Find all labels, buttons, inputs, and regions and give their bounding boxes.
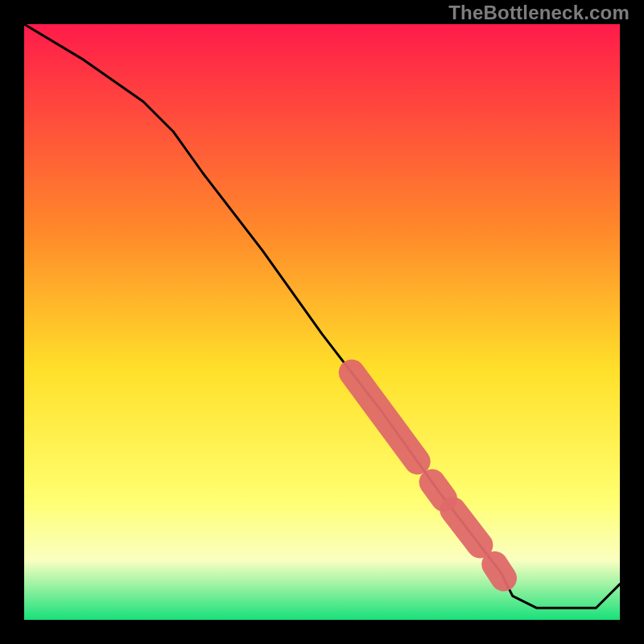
curve-marker-3 — [495, 564, 504, 578]
bottleneck-chart-svg — [0, 0, 644, 644]
svg-rect-0 — [24, 584, 620, 586]
svg-rect-9 — [24, 520, 620, 522]
svg-rect-6 — [24, 541, 620, 543]
svg-rect-12 — [24, 498, 620, 500]
svg-rect-8 — [24, 527, 620, 529]
svg-rect-4 — [24, 555, 620, 557]
svg-rect-11 — [24, 506, 620, 507]
svg-rect-10 — [24, 513, 620, 514]
svg-rect-2 — [24, 570, 620, 572]
plot-background — [24, 24, 620, 620]
svg-rect-7 — [24, 534, 620, 535]
watermark-text: TheBottleneck.com — [448, 2, 630, 24]
svg-rect-13 — [24, 491, 620, 493]
chart-stage: TheBottleneck.com — [0, 0, 644, 644]
svg-rect-5 — [24, 548, 620, 550]
curve-marker-1 — [432, 482, 444, 498]
svg-rect-3 — [24, 563, 620, 564]
svg-rect-1 — [24, 577, 620, 579]
